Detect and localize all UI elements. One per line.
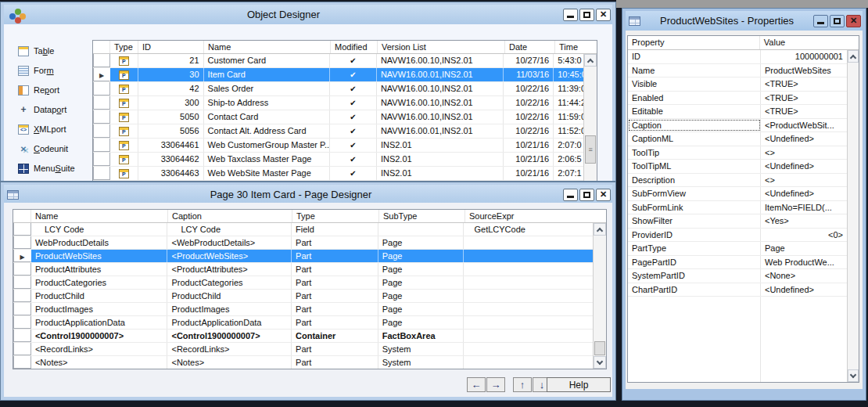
scroll-up-button[interactable] xyxy=(594,223,606,236)
type-cell[interactable]: P xyxy=(110,54,138,67)
property-value-cell[interactable]: <TRUE> xyxy=(761,92,847,105)
move-up-button[interactable]: ↑ xyxy=(513,377,532,392)
type-cell[interactable]: P xyxy=(110,110,138,124)
subtype-cell[interactable]: Page xyxy=(378,303,464,315)
property-row[interactable]: NameProductWebSites xyxy=(628,64,847,78)
name-cell[interactable]: <Control1900000007> xyxy=(31,330,168,342)
row-marker[interactable] xyxy=(13,223,31,236)
name-cell[interactable]: Contact Card xyxy=(204,110,330,124)
control-row[interactable]: <Notes><Notes>PartSystem xyxy=(13,356,593,369)
property-name-cell[interactable]: ProviderID xyxy=(628,229,761,242)
subtype-cell[interactable]: Page xyxy=(378,276,464,289)
property-value-cell[interactable]: <Undefined> xyxy=(761,187,847,200)
property-name-cell[interactable]: SubFormLink xyxy=(628,201,761,214)
id-cell[interactable]: 21 xyxy=(138,54,204,67)
time-cell[interactable]: 11:52:0 xyxy=(554,124,583,138)
time-cell[interactable]: 2:07:0 xyxy=(554,139,583,152)
subtype-cell[interactable]: Page xyxy=(378,316,464,329)
property-name-cell[interactable]: Enabled xyxy=(628,92,761,105)
date-cell[interactable]: 10/21/16 xyxy=(504,153,554,166)
property-row[interactable]: ToolTipML<Undefined> xyxy=(628,160,847,174)
scroll-down-button[interactable] xyxy=(848,369,859,382)
name-cell[interactable]: WebProductDetails xyxy=(31,236,168,249)
property-name-cell[interactable]: Name xyxy=(628,64,761,77)
sourceexpr-cell[interactable] xyxy=(464,250,593,262)
version-cell[interactable]: NAVW16.00.10,INS2.01 xyxy=(377,82,504,95)
caption-cell[interactable]: LCY Code xyxy=(167,223,292,236)
caption-cell[interactable]: <ProductAttributes> xyxy=(167,263,292,276)
date-cell[interactable]: 10/27/16 xyxy=(504,54,554,67)
property-name-cell[interactable]: Caption xyxy=(628,119,761,132)
property-value-cell[interactable]: <Undefined> xyxy=(761,160,847,173)
sourceexpr-cell[interactable] xyxy=(464,343,593,355)
scroll-down-button[interactable] xyxy=(594,356,606,369)
name-cell[interactable]: <Notes> xyxy=(31,356,168,369)
date-cell[interactable]: 10/22/16 xyxy=(504,82,554,95)
modified-cell[interactable]: ✔ xyxy=(330,110,377,124)
help-button[interactable]: Help xyxy=(547,377,611,392)
property-value-cell[interactable]: <Undefined> xyxy=(761,283,847,297)
modified-cell[interactable]: ✔ xyxy=(330,68,377,81)
type-cell[interactable]: Part xyxy=(292,356,378,369)
object-row[interactable]: P300Ship-to Address✔NAVW16.00.10,INS2.01… xyxy=(93,96,583,110)
sourceexpr-cell[interactable] xyxy=(464,303,593,315)
type-cell[interactable]: Field xyxy=(292,223,378,236)
scroll-up-button[interactable] xyxy=(584,54,597,67)
caption-cell[interactable]: <RecordLinks> xyxy=(167,343,292,355)
type-cell[interactable]: P xyxy=(110,96,138,110)
type-cell[interactable]: Part xyxy=(292,343,378,355)
property-row[interactable]: ProviderID<0> xyxy=(628,229,847,243)
type-cell[interactable]: Part xyxy=(292,316,378,329)
row-marker[interactable] xyxy=(93,110,110,124)
property-name-cell[interactable]: ChartPartID xyxy=(628,283,761,297)
row-marker[interactable] xyxy=(93,96,110,110)
version-cell[interactable]: INS2.01 xyxy=(377,153,504,166)
type-cell[interactable]: P xyxy=(110,68,138,81)
version-cell[interactable]: INS2.01 xyxy=(377,139,504,152)
object-row[interactable]: P42Sales Order✔NAVW16.00.10,INS2.0110/22… xyxy=(93,82,583,96)
minimize-button[interactable] xyxy=(813,15,828,27)
property-value-cell[interactable]: <Yes> xyxy=(761,214,847,228)
property-value-cell[interactable]: <Undefined> xyxy=(761,132,847,146)
subtype-cell[interactable]: System xyxy=(378,343,464,355)
row-marker[interactable] xyxy=(13,263,31,276)
row-marker[interactable] xyxy=(13,330,31,342)
version-cell[interactable]: NAVW16.00.01,INS2.01 xyxy=(377,68,504,81)
property-value-cell[interactable]: Web ProductWe... xyxy=(761,256,847,269)
name-cell[interactable]: ProductWebSites xyxy=(31,250,168,262)
maximize-button[interactable] xyxy=(579,189,594,201)
caption-cell[interactable]: <Notes> xyxy=(167,356,292,369)
time-cell[interactable]: 2:06:5 xyxy=(554,153,583,166)
caption-cell[interactable]: <Control1900000007> xyxy=(167,330,292,342)
property-row[interactable]: PartTypePage xyxy=(628,242,847,256)
type-cell[interactable]: Part xyxy=(292,236,378,249)
name-cell[interactable]: Ship-to Address xyxy=(204,96,330,110)
type-cell[interactable]: P xyxy=(110,82,138,95)
name-cell[interactable]: Customer Card xyxy=(204,54,330,67)
property-value-cell[interactable]: <> xyxy=(761,174,847,187)
name-cell[interactable]: LCY Code xyxy=(31,223,168,236)
time-cell[interactable]: 11:44:2 xyxy=(554,96,583,110)
object-row[interactable]: P5050Contact Card✔NAVW16.00.10,INS2.0110… xyxy=(93,110,583,124)
object-list-scrollbar[interactable]: ≡ xyxy=(583,54,597,182)
property-name-cell[interactable]: ToolTipML xyxy=(628,160,761,173)
property-name-cell[interactable]: ToolTip xyxy=(628,146,761,160)
name-cell[interactable]: ProductImages xyxy=(31,303,168,315)
property-name-cell[interactable]: Editable xyxy=(628,105,761,118)
date-cell[interactable]: 10/21/16 xyxy=(504,139,554,152)
subtype-cell[interactable]: System xyxy=(378,356,464,369)
date-cell[interactable]: 10/22/16 xyxy=(504,110,554,124)
property-value-cell[interactable]: <0> xyxy=(761,229,847,242)
time-cell[interactable]: 11:59:0 xyxy=(554,110,583,124)
subtype-cell[interactable]: Page xyxy=(378,236,464,249)
property-value-cell[interactable]: <TRUE> xyxy=(761,105,847,118)
version-cell[interactable]: NAVW16.00.10,INS2.01 xyxy=(377,110,504,124)
name-cell[interactable]: Contact Alt. Address Card xyxy=(204,124,330,138)
caption-cell[interactable]: ProductCategories xyxy=(167,276,292,289)
row-marker[interactable] xyxy=(93,167,110,180)
name-cell[interactable]: Sales Order xyxy=(204,82,330,95)
property-value-cell[interactable]: <None> xyxy=(761,269,847,283)
row-marker[interactable] xyxy=(13,303,31,315)
property-name-cell[interactable]: Visible xyxy=(628,77,761,91)
sidebar-item-dataport[interactable]: +Dataport xyxy=(18,102,66,117)
